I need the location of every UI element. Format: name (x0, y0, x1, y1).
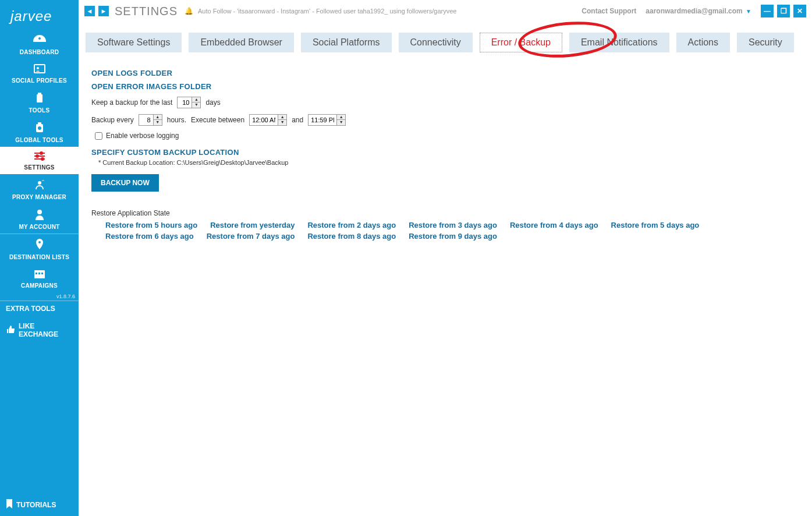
backup-every-row: Backup every ▲▼ hours. Execute between ▲… (91, 114, 799, 126)
svg-rect-16 (36, 273, 37, 274)
sidebar-item-tutorials[interactable]: TUTORIALS (6, 499, 56, 510)
topbar: ◄ ► SETTINGS 🔔 Auto Follow - 'itsaaronwa… (79, 0, 812, 22)
tab-social-platforms[interactable]: Social Platforms (301, 33, 392, 52)
execute-to-time-spinner[interactable]: ▲▼ (308, 114, 346, 126)
svg-point-5 (38, 126, 41, 130)
tabs-row: Software Settings Embedded Browser Socia… (79, 22, 812, 57)
svg-rect-18 (41, 273, 43, 274)
custom-backup-location-link[interactable]: SPECIFY CUSTOM BACKUP LOCATION (91, 148, 799, 157)
main-panel: ◄ ► SETTINGS 🔔 Auto Follow - 'itsaaronwa… (79, 0, 812, 516)
nav-back-button[interactable]: ◄ (84, 6, 95, 16)
svg-point-1 (37, 67, 39, 69)
restore-link[interactable]: Restore from 7 days ago (207, 232, 295, 241)
proxy-icon (0, 179, 79, 193)
tab-software-settings[interactable]: Software Settings (86, 33, 182, 52)
sidebar-item-global-tools[interactable]: GLOBAL TOOLS (0, 117, 79, 147)
sidebar-item-settings[interactable]: SETTINGS (0, 147, 79, 174)
spinner-up-icon[interactable]: ▲ (337, 115, 345, 120)
backup-now-button[interactable]: BACKUP NOW (91, 174, 159, 192)
restore-link[interactable]: Restore from yesterday (210, 221, 295, 229)
account-icon (0, 208, 79, 222)
restore-link[interactable]: Restore from 5 hours ago (105, 221, 197, 229)
sidebar-item-my-account[interactable]: MY ACCOUNT (0, 204, 79, 234)
sidebar: jarvee DASHBOARD SOCIAL PROFILES TOOLS G… (0, 0, 79, 516)
keep-backup-row: Keep a backup for the last ▲▼ days (91, 97, 799, 108)
svg-rect-3 (38, 93, 41, 95)
restore-link[interactable]: Restore from 9 days ago (409, 232, 497, 241)
settings-icon (0, 151, 79, 163)
spinner-up-icon[interactable]: ▲ (154, 115, 162, 120)
restore-link[interactable]: Restore from 4 days ago (510, 221, 598, 229)
version-label: v1.8.7.6 (0, 292, 79, 301)
page-title: SETTINGS (115, 5, 178, 18)
current-backup-path: * Current Backup Location: C:\Users\Grei… (98, 159, 799, 166)
calendar-icon (0, 268, 79, 281)
svg-point-11 (36, 155, 38, 157)
spinner-up-icon[interactable]: ▲ (278, 115, 286, 120)
sidebar-item-dashboard[interactable]: DASHBOARD (0, 30, 79, 59)
sidebar-item-social-profiles[interactable]: SOCIAL PROFILES (0, 59, 79, 87)
restore-links-container: Restore from 5 hours ago Restore from ye… (105, 221, 781, 243)
restore-link[interactable]: Restore from 5 days ago (611, 221, 700, 229)
spinner-up-icon[interactable]: ▲ (192, 97, 200, 103)
chevron-down-icon: ▼ (746, 8, 751, 15)
tools-icon (0, 92, 79, 106)
svg-rect-17 (38, 273, 40, 274)
dashboard-icon (0, 35, 79, 48)
tab-actions[interactable]: Actions (676, 33, 730, 52)
restore-heading: Restore Application State (91, 209, 799, 217)
execute-from-time-spinner[interactable]: ▲▼ (249, 114, 287, 126)
backup-every-hours-spinner[interactable]: ▲▼ (139, 114, 162, 126)
content-area: OPEN LOGS FOLDER OPEN ERROR IMAGES FOLDE… (79, 57, 812, 249)
bookmark-icon (6, 499, 13, 510)
tab-embedded-browser[interactable]: Embedded Browser (189, 33, 294, 52)
profiles-icon (0, 63, 79, 76)
sidebar-item-destination-lists[interactable]: DESTINATION LISTS (0, 234, 79, 264)
restore-link[interactable]: Restore from 3 days ago (409, 221, 497, 229)
keep-backup-days-spinner[interactable]: ▲▼ (177, 97, 201, 108)
account-email-dropdown[interactable]: aaronwardmedia@gmail.com ▼ (646, 7, 751, 15)
global-tools-icon (0, 122, 79, 136)
open-error-images-folder-link[interactable]: OPEN ERROR IMAGES FOLDER (91, 82, 799, 91)
maximize-button[interactable]: ❐ (777, 5, 790, 17)
sidebar-item-tools[interactable]: TOOLS (0, 87, 79, 117)
tab-error-backup[interactable]: Error / Backup (480, 33, 562, 52)
svg-rect-0 (34, 65, 45, 73)
verbose-logging-checkbox[interactable]: Enable verbose logging (95, 132, 799, 140)
svg-rect-6 (38, 122, 41, 125)
notification-text: Auto Follow - 'itsaaronward - Instagram'… (198, 8, 578, 15)
sidebar-item-like-exchange[interactable]: LIKE EXCHANGE (0, 316, 79, 344)
svg-point-14 (37, 210, 42, 214)
spinner-down-icon[interactable]: ▼ (278, 120, 286, 125)
svg-point-12 (41, 158, 44, 160)
extra-tools-heading: EXTRA TOOLS (0, 301, 79, 316)
spinner-down-icon[interactable]: ▼ (337, 120, 345, 125)
restore-link[interactable]: Restore from 2 days ago (307, 221, 396, 229)
spinner-down-icon[interactable]: ▼ (154, 120, 162, 125)
close-button[interactable]: ✕ (793, 5, 806, 17)
svg-point-13 (38, 181, 41, 185)
open-logs-folder-link[interactable]: OPEN LOGS FOLDER (91, 69, 799, 77)
pin-icon (0, 239, 79, 253)
restore-link[interactable]: Restore from 8 days ago (307, 232, 396, 241)
tab-connectivity[interactable]: Connectivity (399, 33, 473, 52)
thumbs-up-icon (6, 325, 15, 336)
sidebar-item-campaigns[interactable]: CAMPAIGNS (0, 264, 79, 292)
restore-link[interactable]: Restore from 6 days ago (105, 232, 194, 241)
sidebar-item-proxy-manager[interactable]: PROXY MANAGER (0, 174, 79, 204)
app-logo: jarvee (0, 0, 79, 30)
nav-forward-button[interactable]: ► (98, 6, 109, 16)
svg-point-10 (40, 152, 42, 154)
svg-rect-2 (37, 94, 42, 103)
bell-icon[interactable]: 🔔 (185, 7, 193, 15)
tab-email-notifications[interactable]: Email Notifications (569, 33, 669, 52)
tab-security[interactable]: Security (737, 33, 794, 52)
contact-support-link[interactable]: Contact Support (581, 7, 636, 15)
minimize-button[interactable]: — (761, 5, 774, 17)
spinner-down-icon[interactable]: ▼ (192, 103, 200, 108)
